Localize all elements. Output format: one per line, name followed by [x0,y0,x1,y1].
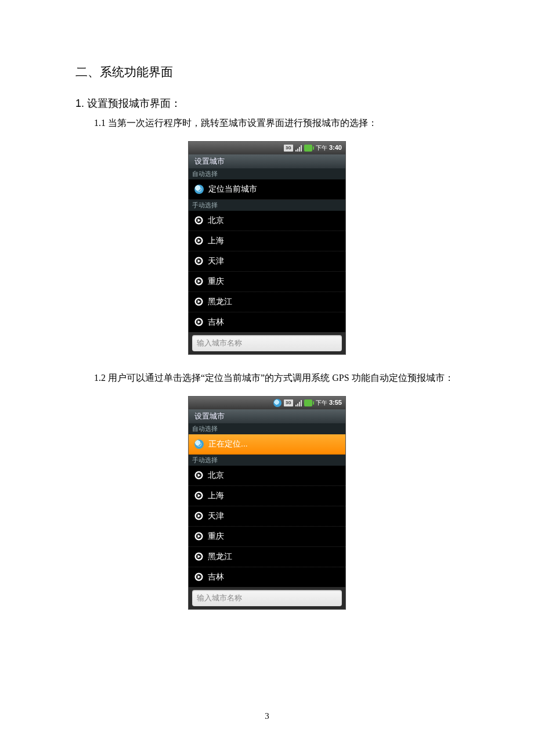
chevron-right-icon [194,297,203,306]
chevron-right-icon [194,491,203,500]
city-item-tianjin[interactable]: 天津 [189,506,345,527]
section-heading: 二、系统功能界面 [75,64,459,80]
status-time: 下午 3:40 [316,144,342,152]
locate-label: 定位当前城市 [208,184,257,195]
city-label: 黑龙江 [208,552,232,562]
chevron-right-icon [194,471,203,480]
paragraph-1-1: 1.1 当第一次运行程序时，跳转至城市设置界面进行预报城市的选择： [75,116,459,131]
city-list: 北京 上海 天津 重庆 [189,211,345,332]
city-item-shanghai[interactable]: 上海 [189,486,345,506]
gps-icon [194,185,204,194]
city-label: 天津 [208,256,224,267]
chevron-right-icon [194,532,203,541]
manual-select-label: 手动选择 [189,200,345,211]
status-bar: 3G 下午 3:55 [189,397,345,409]
city-label: 黑龙江 [208,297,232,307]
city-label: 吉林 [208,572,224,582]
figure-1: 3G 下午 3:40 设置城市 自动选择 定位当前城市 手动选择 [75,141,459,355]
document-page: 二、系统功能界面 1. 设置预报城市界面： 1.1 当第一次运行程序时，跳转至城… [0,0,534,756]
locate-current-city-row[interactable]: 定位当前城市 [189,179,345,200]
chevron-right-icon [194,277,203,286]
status-time: 下午 3:55 [316,399,342,407]
chevron-right-icon [194,573,203,581]
chevron-right-icon [194,512,203,520]
battery-icon [304,399,312,406]
city-item-beijing[interactable]: 北京 [189,466,345,486]
time-ampm: 下午 [316,399,327,406]
manual-select-label: 手动选择 [189,455,345,466]
search-bar: 输入城市名称 [189,332,345,354]
auto-select-label: 自动选择 [189,168,345,179]
city-label: 吉林 [208,317,224,327]
city-item-chongqing[interactable]: 重庆 [189,527,345,547]
city-item-heilongjiang[interactable]: 黑龙江 [189,547,345,567]
city-item-chongqing[interactable]: 重庆 [189,272,345,292]
locating-label: 正在定位... [208,439,248,449]
time-value: 3:55 [329,399,342,406]
paragraph-1-2-text: 1.2 用户可以通过单击选择“定位当前城市”的方式调用系统 GPS 功能自动定位… [75,371,454,386]
network-3g-icon: 3G [284,399,293,406]
screen-title: 设置城市 [189,409,345,423]
city-item-jilin[interactable]: 吉林 [189,312,345,332]
screen-title: 设置城市 [189,154,345,168]
chevron-right-icon [194,257,203,265]
sub-heading-1: 1. 设置预报城市界面： [75,96,459,110]
paragraph-1-2: 1.2 用户可以通过单击选择“定位当前城市”的方式调用系统 GPS 功能自动定位… [75,371,459,386]
sub-heading-1-text: 1. 设置预报城市界面： [75,98,181,109]
battery-icon [304,145,312,152]
city-item-shanghai[interactable]: 上海 [189,231,345,251]
city-search-input[interactable]: 输入城市名称 [192,335,342,351]
city-list: 北京 上海 天津 重庆 [189,466,345,587]
city-label: 天津 [208,511,224,521]
city-item-beijing[interactable]: 北京 [189,211,345,231]
signal-icon [295,145,302,152]
signal-icon [295,399,302,406]
phone-frame: 3G 下午 3:55 设置城市 自动选择 正在定位... 手动选择 [188,396,346,610]
page-number: 3 [0,711,534,721]
city-label: 重庆 [208,531,224,542]
auto-select-label: 自动选择 [189,423,345,434]
chevron-right-icon [194,236,203,245]
city-label: 上海 [208,236,224,246]
status-bar: 3G 下午 3:40 [189,142,345,154]
city-item-heilongjiang[interactable]: 黑龙江 [189,292,345,312]
time-value: 3:40 [329,144,342,151]
chevron-right-icon [194,318,203,326]
city-label: 上海 [208,491,224,501]
city-label: 重庆 [208,276,224,287]
chevron-right-icon [194,216,203,225]
city-label: 北京 [208,470,224,481]
city-search-input[interactable]: 输入城市名称 [192,590,342,606]
city-item-tianjin[interactable]: 天津 [189,251,345,272]
phone-frame: 3G 下午 3:40 设置城市 自动选择 定位当前城市 手动选择 [188,141,346,355]
locating-row[interactable]: 正在定位... [189,434,345,455]
city-label: 北京 [208,215,224,226]
network-3g-icon: 3G [284,145,293,152]
city-item-jilin[interactable]: 吉林 [189,567,345,587]
figure-2: 3G 下午 3:55 设置城市 自动选择 正在定位... 手动选择 [75,396,459,610]
chevron-right-icon [194,552,203,561]
time-ampm: 下午 [316,145,327,151]
search-bar: 输入城市名称 [189,587,345,609]
gps-status-icon [273,399,282,407]
gps-icon [194,440,204,449]
